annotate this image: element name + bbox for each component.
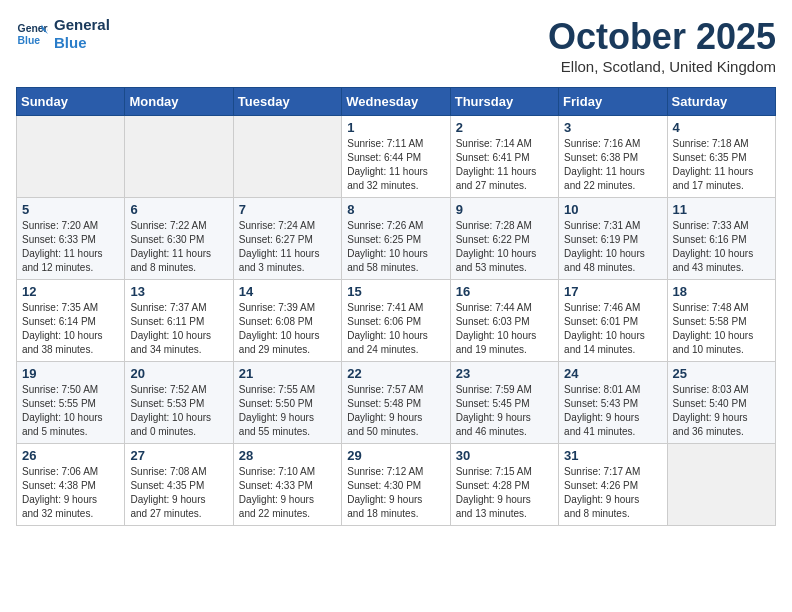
day-number: 25 <box>673 366 770 381</box>
calendar-cell: 18Sunrise: 7:48 AM Sunset: 5:58 PM Dayli… <box>667 280 775 362</box>
day-number: 22 <box>347 366 444 381</box>
day-number: 7 <box>239 202 336 217</box>
day-number: 12 <box>22 284 119 299</box>
day-info: Sunrise: 7:44 AM Sunset: 6:03 PM Dayligh… <box>456 301 553 357</box>
day-number: 19 <box>22 366 119 381</box>
day-info: Sunrise: 7:17 AM Sunset: 4:26 PM Dayligh… <box>564 465 661 521</box>
day-number: 21 <box>239 366 336 381</box>
day-info: Sunrise: 7:52 AM Sunset: 5:53 PM Dayligh… <box>130 383 227 439</box>
day-number: 26 <box>22 448 119 463</box>
calendar-cell: 6Sunrise: 7:22 AM Sunset: 6:30 PM Daylig… <box>125 198 233 280</box>
day-number: 17 <box>564 284 661 299</box>
day-info: Sunrise: 7:46 AM Sunset: 6:01 PM Dayligh… <box>564 301 661 357</box>
calendar-cell: 8Sunrise: 7:26 AM Sunset: 6:25 PM Daylig… <box>342 198 450 280</box>
calendar-week-row: 5Sunrise: 7:20 AM Sunset: 6:33 PM Daylig… <box>17 198 776 280</box>
day-info: Sunrise: 7:11 AM Sunset: 6:44 PM Dayligh… <box>347 137 444 193</box>
day-number: 4 <box>673 120 770 135</box>
day-info: Sunrise: 7:15 AM Sunset: 4:28 PM Dayligh… <box>456 465 553 521</box>
calendar-cell: 29Sunrise: 7:12 AM Sunset: 4:30 PM Dayli… <box>342 444 450 526</box>
calendar-cell: 31Sunrise: 7:17 AM Sunset: 4:26 PM Dayli… <box>559 444 667 526</box>
weekday-header: Wednesday <box>342 88 450 116</box>
calendar-cell: 9Sunrise: 7:28 AM Sunset: 6:22 PM Daylig… <box>450 198 558 280</box>
day-info: Sunrise: 8:01 AM Sunset: 5:43 PM Dayligh… <box>564 383 661 439</box>
day-number: 15 <box>347 284 444 299</box>
day-number: 16 <box>456 284 553 299</box>
calendar-cell: 2Sunrise: 7:14 AM Sunset: 6:41 PM Daylig… <box>450 116 558 198</box>
day-info: Sunrise: 7:12 AM Sunset: 4:30 PM Dayligh… <box>347 465 444 521</box>
weekday-header: Monday <box>125 88 233 116</box>
calendar-cell: 14Sunrise: 7:39 AM Sunset: 6:08 PM Dayli… <box>233 280 341 362</box>
day-number: 20 <box>130 366 227 381</box>
calendar-cell: 3Sunrise: 7:16 AM Sunset: 6:38 PM Daylig… <box>559 116 667 198</box>
day-info: Sunrise: 7:59 AM Sunset: 5:45 PM Dayligh… <box>456 383 553 439</box>
day-info: Sunrise: 7:06 AM Sunset: 4:38 PM Dayligh… <box>22 465 119 521</box>
day-number: 29 <box>347 448 444 463</box>
title-block: October 2025 Ellon, Scotland, United Kin… <box>548 16 776 75</box>
day-info: Sunrise: 7:33 AM Sunset: 6:16 PM Dayligh… <box>673 219 770 275</box>
weekday-header: Saturday <box>667 88 775 116</box>
calendar-cell: 24Sunrise: 8:01 AM Sunset: 5:43 PM Dayli… <box>559 362 667 444</box>
calendar-cell: 21Sunrise: 7:55 AM Sunset: 5:50 PM Dayli… <box>233 362 341 444</box>
calendar-cell: 27Sunrise: 7:08 AM Sunset: 4:35 PM Dayli… <box>125 444 233 526</box>
day-info: Sunrise: 7:24 AM Sunset: 6:27 PM Dayligh… <box>239 219 336 275</box>
day-info: Sunrise: 7:22 AM Sunset: 6:30 PM Dayligh… <box>130 219 227 275</box>
calendar-cell: 25Sunrise: 8:03 AM Sunset: 5:40 PM Dayli… <box>667 362 775 444</box>
weekday-header-row: SundayMondayTuesdayWednesdayThursdayFrid… <box>17 88 776 116</box>
weekday-header: Tuesday <box>233 88 341 116</box>
logo-icon: General Blue <box>16 18 48 50</box>
day-info: Sunrise: 7:14 AM Sunset: 6:41 PM Dayligh… <box>456 137 553 193</box>
day-number: 3 <box>564 120 661 135</box>
day-info: Sunrise: 7:35 AM Sunset: 6:14 PM Dayligh… <box>22 301 119 357</box>
calendar-cell <box>17 116 125 198</box>
weekday-header: Thursday <box>450 88 558 116</box>
day-number: 18 <box>673 284 770 299</box>
calendar-cell: 16Sunrise: 7:44 AM Sunset: 6:03 PM Dayli… <box>450 280 558 362</box>
calendar-cell: 7Sunrise: 7:24 AM Sunset: 6:27 PM Daylig… <box>233 198 341 280</box>
day-number: 30 <box>456 448 553 463</box>
page-header: General Blue General Blue October 2025 E… <box>16 16 776 75</box>
calendar-cell: 13Sunrise: 7:37 AM Sunset: 6:11 PM Dayli… <box>125 280 233 362</box>
calendar-table: SundayMondayTuesdayWednesdayThursdayFrid… <box>16 87 776 526</box>
day-info: Sunrise: 7:28 AM Sunset: 6:22 PM Dayligh… <box>456 219 553 275</box>
calendar-cell <box>125 116 233 198</box>
day-info: Sunrise: 7:50 AM Sunset: 5:55 PM Dayligh… <box>22 383 119 439</box>
calendar-cell: 28Sunrise: 7:10 AM Sunset: 4:33 PM Dayli… <box>233 444 341 526</box>
calendar-cell: 17Sunrise: 7:46 AM Sunset: 6:01 PM Dayli… <box>559 280 667 362</box>
weekday-header: Friday <box>559 88 667 116</box>
day-number: 8 <box>347 202 444 217</box>
calendar-cell: 1Sunrise: 7:11 AM Sunset: 6:44 PM Daylig… <box>342 116 450 198</box>
calendar-week-row: 19Sunrise: 7:50 AM Sunset: 5:55 PM Dayli… <box>17 362 776 444</box>
calendar-week-row: 26Sunrise: 7:06 AM Sunset: 4:38 PM Dayli… <box>17 444 776 526</box>
calendar-week-row: 12Sunrise: 7:35 AM Sunset: 6:14 PM Dayli… <box>17 280 776 362</box>
day-number: 23 <box>456 366 553 381</box>
day-number: 1 <box>347 120 444 135</box>
day-number: 27 <box>130 448 227 463</box>
day-number: 31 <box>564 448 661 463</box>
calendar-cell: 10Sunrise: 7:31 AM Sunset: 6:19 PM Dayli… <box>559 198 667 280</box>
day-number: 2 <box>456 120 553 135</box>
calendar-cell: 19Sunrise: 7:50 AM Sunset: 5:55 PM Dayli… <box>17 362 125 444</box>
day-number: 11 <box>673 202 770 217</box>
calendar-week-row: 1Sunrise: 7:11 AM Sunset: 6:44 PM Daylig… <box>17 116 776 198</box>
day-number: 28 <box>239 448 336 463</box>
day-info: Sunrise: 7:16 AM Sunset: 6:38 PM Dayligh… <box>564 137 661 193</box>
day-info: Sunrise: 8:03 AM Sunset: 5:40 PM Dayligh… <box>673 383 770 439</box>
calendar-cell: 26Sunrise: 7:06 AM Sunset: 4:38 PM Dayli… <box>17 444 125 526</box>
calendar-cell: 11Sunrise: 7:33 AM Sunset: 6:16 PM Dayli… <box>667 198 775 280</box>
day-info: Sunrise: 7:26 AM Sunset: 6:25 PM Dayligh… <box>347 219 444 275</box>
calendar-cell: 30Sunrise: 7:15 AM Sunset: 4:28 PM Dayli… <box>450 444 558 526</box>
calendar-cell <box>233 116 341 198</box>
calendar-cell <box>667 444 775 526</box>
day-info: Sunrise: 7:55 AM Sunset: 5:50 PM Dayligh… <box>239 383 336 439</box>
calendar-cell: 5Sunrise: 7:20 AM Sunset: 6:33 PM Daylig… <box>17 198 125 280</box>
day-number: 24 <box>564 366 661 381</box>
logo-general: General <box>54 16 110 34</box>
day-number: 6 <box>130 202 227 217</box>
day-number: 9 <box>456 202 553 217</box>
day-info: Sunrise: 7:20 AM Sunset: 6:33 PM Dayligh… <box>22 219 119 275</box>
day-info: Sunrise: 7:10 AM Sunset: 4:33 PM Dayligh… <box>239 465 336 521</box>
day-number: 5 <box>22 202 119 217</box>
day-info: Sunrise: 7:57 AM Sunset: 5:48 PM Dayligh… <box>347 383 444 439</box>
calendar-cell: 20Sunrise: 7:52 AM Sunset: 5:53 PM Dayli… <box>125 362 233 444</box>
day-number: 14 <box>239 284 336 299</box>
